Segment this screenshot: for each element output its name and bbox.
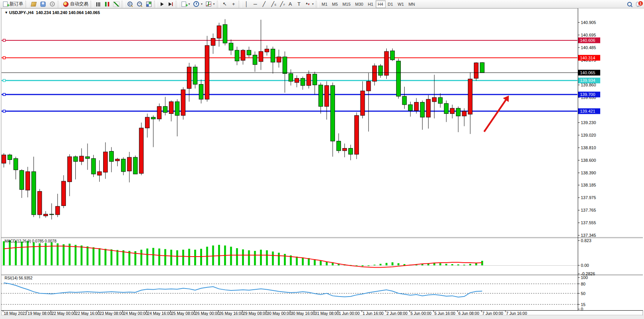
- time-axis-label[interactable]: 7 Jun 00:00: [482, 311, 503, 316]
- vertical-line-button[interactable]: │: [242, 0, 251, 8]
- text-button[interactable]: A: [286, 0, 295, 8]
- macd-histogram-bar: [194, 250, 196, 265]
- time-axis-label[interactable]: 26 May 00:00: [195, 311, 220, 316]
- price-line-handle[interactable]: [3, 57, 5, 59]
- toolbar-separator: [217, 1, 220, 8]
- macd-histogram-bar: [230, 247, 232, 265]
- chevron-down-icon[interactable]: ▾: [201, 2, 202, 6]
- time-axis-label[interactable]: 30 May 16:00: [291, 311, 315, 316]
- time-axis-label[interactable]: 1 Jun 00:00: [339, 311, 360, 316]
- toolbar-group: 新订单: [1, 0, 25, 8]
- toolbar-button-label: 新订单: [10, 1, 23, 7]
- time-axis-label[interactable]: 22 May 16:00: [76, 311, 100, 316]
- time-axis-label[interactable]: 19 May 08:00: [28, 311, 52, 316]
- new-order-button[interactable]: 新订单: [1, 0, 25, 8]
- candle-body: [85, 157, 89, 159]
- timeframe-button-w1[interactable]: W1: [395, 0, 406, 8]
- search-icon[interactable]: [627, 2, 632, 6]
- timeframe-button-m5[interactable]: M5: [330, 0, 340, 8]
- autotrade-icon: [63, 2, 69, 7]
- tile-windows-button[interactable]: [144, 0, 153, 8]
- profile-button[interactable]: [38, 0, 48, 8]
- price-line-handle[interactable]: [3, 79, 5, 81]
- line-chart-button[interactable]: [112, 0, 121, 8]
- timeframe-button-m30[interactable]: M30: [353, 0, 365, 8]
- candle-body: [235, 50, 239, 61]
- time-axis-label[interactable]: 5 Jun 16:00: [434, 311, 455, 316]
- chart-title-collapse-icon[interactable]: ▼: [5, 11, 8, 14]
- macd-histogram-bar: [296, 257, 298, 265]
- macd-histogram-bar: [218, 245, 220, 265]
- candle-body: [402, 96, 406, 105]
- chevron-down-icon[interactable]: ▾: [312, 2, 314, 6]
- candle-body: [26, 172, 30, 190]
- time-axis-label[interactable]: 23 May 08:00: [99, 311, 124, 316]
- chevron-down-icon[interactable]: ▾: [188, 2, 190, 6]
- candle-body: [408, 105, 413, 111]
- timeframe-button-h1[interactable]: H1: [365, 0, 375, 8]
- time-axis-label[interactable]: 30 May 00:00: [267, 311, 291, 316]
- time-axis-label[interactable]: 1 Jun 16:00: [363, 311, 384, 316]
- macd-histogram-bar: [320, 261, 322, 265]
- candle-body: [193, 67, 197, 85]
- macd-histogram-bar: [27, 241, 29, 265]
- candle-body: [175, 102, 179, 115]
- timeframe-button-h4[interactable]: H4: [376, 0, 386, 8]
- timeframe-button-d1[interactable]: D1: [386, 0, 395, 8]
- macd-histogram-bar: [75, 245, 77, 265]
- indicators-button[interactable]: ▾: [179, 0, 191, 8]
- signal-icon: [50, 2, 55, 6]
- bar-chart-button[interactable]: [94, 0, 103, 8]
- time-axis-label[interactable]: 25 May 08:00: [171, 311, 196, 316]
- time-axis-label[interactable]: 2 Jun 08:00: [387, 311, 408, 316]
- macd-histogram-bar: [451, 264, 453, 265]
- time-axis-label[interactable]: 24 May 00:00: [123, 311, 148, 316]
- channel-button[interactable]: ╱E: [268, 0, 277, 8]
- periods-button[interactable]: ▾: [191, 0, 204, 8]
- zoom-out-button[interactable]: [135, 0, 144, 8]
- candle: [181, 87, 185, 120]
- price-line-handle[interactable]: [3, 39, 5, 41]
- toolbar-group: [158, 0, 175, 8]
- chevron-down-icon[interactable]: ▾: [213, 2, 215, 6]
- autotrade-button[interactable]: 自动交易: [61, 0, 90, 8]
- cursor-button[interactable]: ↖: [220, 0, 229, 8]
- price-line-handle[interactable]: [3, 110, 5, 112]
- time-axis-label[interactable]: 18 May 2023: [4, 311, 27, 316]
- macd-histogram-bar: [242, 249, 244, 265]
- price-line-handle[interactable]: [3, 93, 5, 96]
- time-axis-label[interactable]: 31 May 08:00: [315, 311, 339, 316]
- fibonacci-button[interactable]: ╱F: [277, 0, 286, 8]
- timeframe-button-m1[interactable]: M1: [319, 0, 330, 8]
- signal-button[interactable]: [48, 0, 57, 8]
- time-axis-label[interactable]: 29 May 08:00: [243, 311, 268, 316]
- timeframe-button-mn[interactable]: MN: [406, 0, 417, 8]
- time-axis-label[interactable]: 22 May 00:00: [52, 311, 76, 316]
- notifications-icon[interactable]: 1: [636, 2, 641, 6]
- vertical-line-icon: │: [244, 1, 249, 7]
- candlestick-button[interactable]: [103, 0, 112, 8]
- chart-quote-ohlc: 140.234 140.240 140.064 140.065: [36, 10, 100, 15]
- arrows-tool-button[interactable]: ▾: [303, 0, 315, 8]
- toolbar-separator: [239, 1, 241, 8]
- horizontal-line-button[interactable]: ─: [251, 0, 260, 8]
- time-axis-label[interactable]: 26 May 16:00: [219, 311, 244, 316]
- time-axis-label[interactable]: 24 May 16:00: [147, 311, 172, 316]
- auto-scroll-button[interactable]: [158, 0, 166, 8]
- timeframe-button-m15[interactable]: M15: [340, 0, 353, 8]
- text-label-icon: T: [296, 1, 302, 7]
- time-axis-label[interactable]: 7 Jun 16:00: [506, 311, 527, 316]
- text-label-button[interactable]: T: [295, 0, 303, 8]
- candle-body: [438, 97, 442, 104]
- toolbar: 新订单自动交易▾▾▾↖+│─╱╱E╱FAT▾M1M5M15M30H1H4D1W1…: [0, 0, 644, 8]
- zoom-in-button[interactable]: [125, 0, 135, 8]
- paint-button[interactable]: [29, 0, 38, 8]
- text-icon: A: [287, 1, 293, 7]
- toolbar-group: 自动交易: [61, 0, 90, 8]
- trendline-button[interactable]: ╱: [260, 0, 268, 8]
- time-axis-label[interactable]: 5 Jun 00:00: [410, 311, 431, 316]
- templates-button[interactable]: ▾: [204, 0, 216, 8]
- time-axis-label[interactable]: 6 Jun 08:00: [458, 311, 479, 316]
- crosshair-button[interactable]: +: [229, 0, 238, 8]
- chart-shift-button[interactable]: [166, 0, 175, 8]
